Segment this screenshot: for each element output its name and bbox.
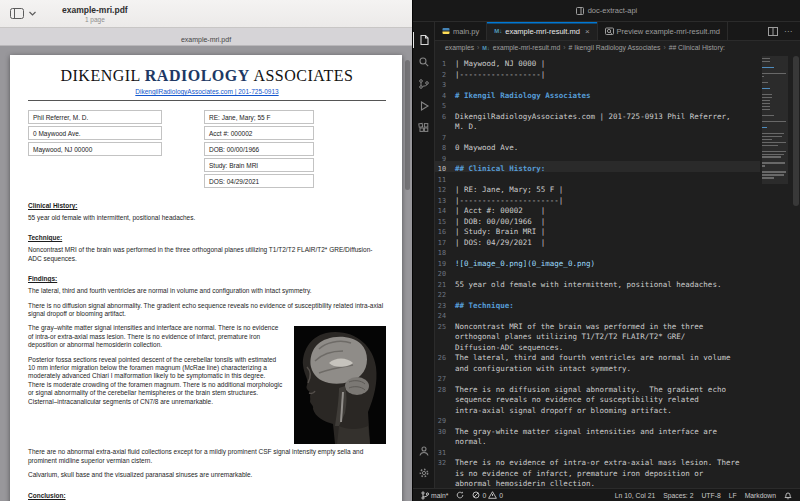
editor-row[interactable]: 2|------------------| [435, 67, 760, 78]
editor-row[interactable]: 30The gray-white matter signal intensiti… [435, 424, 760, 435]
activity-bar [413, 22, 435, 488]
notifications-bell-icon[interactable] [784, 491, 792, 500]
editor-row[interactable]: 13|----------------------| [435, 193, 760, 204]
referrer-city: Maywood, NJ 00000 [28, 142, 162, 156]
status-problems[interactable]: 0 0 [472, 491, 503, 499]
editor-row[interactable]: 23## Technique: [435, 298, 760, 309]
status-bar: main* 0 0 Ln 10, Col 21 Spaces: 2 UTF-8 … [413, 488, 800, 501]
split-editor-icon[interactable] [768, 27, 778, 36]
editor-row[interactable]: is no evidence of infarct, premature iro… [435, 466, 760, 477]
editor-row[interactable]: 28There is no diffusion signal abnormali… [435, 382, 760, 393]
findings-paragraph: There are no abnormal extra-axial fluid … [28, 448, 386, 465]
status-right: Ln 10, Col 21 Spaces: 2 UTF-8 LF Markdow… [615, 491, 792, 500]
letterhead-word-3: ASSOCIATES [253, 67, 353, 84]
clinical-history-heading: Clinical History: [28, 202, 386, 209]
editor-row[interactable]: 15| DOB: 00/00/1966 | [435, 214, 760, 225]
editor-row[interactable]: 19![0_image_0.png](0_image_0.png) [435, 256, 760, 267]
editor-row[interactable]: 16| Study: Brain MRI | [435, 224, 760, 235]
pdf-view-area[interactable]: DIKENGIL RADIOLOGY ASSOCIATES DikengilRa… [0, 46, 412, 501]
explorer-icon[interactable] [413, 29, 435, 51]
letterhead-word-2: RADIOLOGY [145, 67, 250, 84]
tab-preview-example-mri-result-md[interactable]: Preview example-mri-result.md [598, 22, 728, 40]
status-language[interactable]: Markdown [745, 492, 776, 499]
screen: example-mri.pdf 1 page example-mri.pdf D… [0, 0, 800, 501]
editor-row[interactable]: 17| DOS: 04/29/2021 | [435, 235, 760, 246]
sidebar-toggle-icon[interactable] [10, 8, 24, 19]
tab-label: main.py [453, 27, 479, 36]
preview-icon [605, 27, 614, 36]
breadcrumb-symbol-h1[interactable]: # Ikengil Radiology Associates [569, 44, 661, 51]
tab-label: Preview example-mri-result.md [617, 27, 720, 36]
status-indent[interactable]: Spaces: 2 [663, 492, 693, 499]
preview-tab-label[interactable]: example-mri.pdf [181, 36, 231, 43]
breadcrumb-symbol-h2[interactable]: ## Clinical History: [669, 44, 725, 51]
editor-row[interactable]: 6DikengilRadiologyAssociates.com | 201-7… [435, 109, 760, 120]
editor-row[interactable]: 4# Ikengil Radiology Associates [435, 88, 760, 99]
tab-example-mri-result-md[interactable]: M↓ example-mri-result.md × [487, 22, 597, 40]
sync-icon [456, 491, 464, 499]
referrer-street: 0 Maywood Ave. [28, 126, 162, 140]
workspace-title: doc-extract-api [588, 6, 638, 15]
preview-tab-strip: example-mri.pdf [0, 28, 412, 46]
editor-row[interactable]: 7 [435, 130, 760, 141]
line-text: abnormal hemosiderin cllection. [455, 479, 595, 488]
editor-row[interactable]: orthogonal planes utilizing T1/T2/T2 FLA… [435, 329, 760, 340]
report-address-block: Phil Referrer, M. D. 0 Maywood Ave. Mayw… [28, 110, 386, 190]
status-left: main* 0 0 [421, 491, 503, 500]
report-letterhead: DIKENGIL RADIOLOGY ASSOCIATES [28, 67, 386, 85]
editor-row[interactable]: 1| Maywood, NJ 0000 | [435, 56, 760, 67]
vscode-window: doc-extract-api [412, 0, 800, 501]
status-eol[interactable]: LF [729, 492, 737, 499]
extensions-icon[interactable] [413, 117, 435, 139]
editor-row[interactable]: 12| RE: Jane, Mary; 55 F | [435, 182, 760, 193]
settings-gear-icon[interactable] [413, 462, 435, 484]
editor-row[interactable]: 31 [435, 445, 760, 456]
editor-row[interactable]: 9 [435, 151, 760, 162]
breadcrumb-file[interactable]: example-mri-result.md [493, 44, 561, 51]
minimap[interactable] [762, 56, 788, 488]
status-line-col[interactable]: Ln 10, Col 21 [615, 492, 655, 499]
editor-row[interactable]: 32There is no evidence of intra-or extra… [435, 455, 760, 466]
pdf-page: DIKENGIL RADIOLOGY ASSOCIATES DikengilRa… [10, 55, 402, 501]
chevron-down-icon[interactable] [29, 11, 36, 16]
line-text: The gray-white matter signal intensities… [455, 427, 717, 436]
more-actions-icon[interactable]: ⋯ [784, 27, 793, 36]
editor-row[interactable]: 26The lateral, third and fourth ventricl… [435, 350, 760, 361]
editor-row[interactable]: 80 Maywood Ave. [435, 140, 760, 151]
pdf-scrollbar[interactable] [405, 60, 410, 190]
patient-info: RE: Jane, Mary; 55 F Acct #: 000002 DOB:… [204, 110, 314, 190]
search-icon[interactable] [413, 51, 435, 73]
editor-row[interactable]: 25Noncontrast MRI of the brain was perfo… [435, 319, 760, 330]
editor-row[interactable]: 11 [435, 172, 760, 183]
patient-dob: DOB: 00/00/1966 [204, 142, 314, 156]
editor-scrollbar[interactable] [793, 56, 799, 206]
preview-window: example-mri.pdf 1 page example-mri.pdf D… [0, 0, 412, 501]
editor-tab-bar: main.py M↓ example-mri-result.md × Previ… [435, 22, 800, 41]
editor-row[interactable]: and configuration with intact symmetry. [435, 361, 760, 372]
document-page-count: 1 page [62, 16, 128, 23]
status-encoding[interactable]: UTF-8 [701, 492, 720, 499]
tab-main-py[interactable]: main.py [435, 22, 487, 40]
line-text: | DOS: 04/29/2021 | [455, 238, 545, 247]
breadcrumb-folder[interactable]: examples [445, 44, 474, 51]
line-text: ![0_image_0.png](0_image_0.png) [455, 259, 595, 268]
source-control-icon[interactable] [413, 73, 435, 95]
chevron-right-icon: › [663, 44, 665, 51]
editor-row[interactable]: 10## Clinical History: [435, 161, 760, 172]
account-icon[interactable] [413, 440, 435, 462]
chevron-right-icon: › [477, 44, 479, 51]
editor-row[interactable]: 14| Acct #: 00002 | [435, 203, 760, 214]
patient-study: Study: Brain MRI [204, 158, 314, 172]
error-icon [472, 491, 480, 499]
editor-rows[interactable]: 1| Maywood, NJ 0000 |2|-----------------… [435, 54, 760, 488]
status-sync[interactable] [456, 491, 464, 499]
status-branch[interactable]: main* [421, 491, 448, 500]
editor-row[interactable]: intra-axial signal dropoff or blooming a… [435, 403, 760, 414]
activity-bar-bottom [413, 440, 435, 484]
findings-heading: Findings: [28, 275, 386, 282]
report-contact-line: DikengilRadiologyAssociates.com | 201-72… [28, 88, 386, 101]
editor-row[interactable]: 2155 year old female with intermittent, … [435, 277, 760, 288]
run-debug-icon[interactable] [413, 95, 435, 117]
close-icon[interactable]: × [585, 27, 590, 36]
editor-row[interactable]: Diffusion-ADC sequences. [435, 340, 760, 351]
